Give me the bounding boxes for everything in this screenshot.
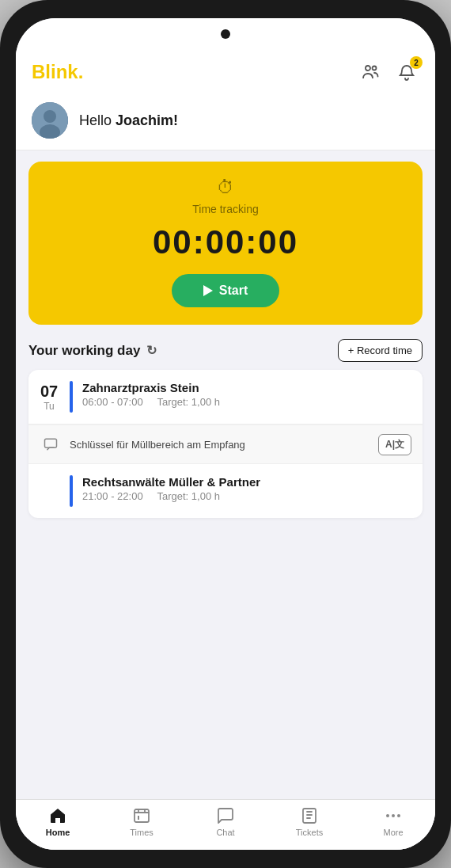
comment-icon xyxy=(43,436,59,452)
svg-point-8 xyxy=(386,814,389,817)
app-logo: Blink. xyxy=(32,61,83,83)
greeting-text: Hello Joachim! xyxy=(79,112,178,129)
spacer xyxy=(16,526,435,799)
schedule-info-1: Zahnarztpraxis Stein 06:00 - 07:00 Targe… xyxy=(82,381,411,413)
working-day-header: Your working day ↻ + Record time xyxy=(16,336,435,370)
svg-point-3 xyxy=(44,110,56,123)
clock-icon: ⏱ xyxy=(217,177,234,198)
greeting-bar: Hello Joachim! xyxy=(16,94,435,150)
phone-screen: Blink. xyxy=(16,18,435,850)
camera-dot xyxy=(221,29,230,39)
nav-item-more[interactable]: More xyxy=(370,806,417,837)
team-icon xyxy=(361,63,380,82)
phone-frame: Blink. xyxy=(0,0,451,868)
tickets-icon xyxy=(300,806,319,825)
notification-icon-button[interactable]: 2 xyxy=(394,59,419,85)
schedule-item-1: 07 Tu Zahnarztpraxis Stein 06:00 - 07:00… xyxy=(28,370,423,424)
team-icon-button[interactable] xyxy=(358,59,383,85)
blue-bar-1 xyxy=(70,381,73,413)
avatar xyxy=(32,102,68,139)
date-badge-1: 07 Tu xyxy=(28,381,70,413)
home-icon xyxy=(48,806,67,825)
time-tracking-card: ⏱ Time tracking 00:00:00 Start xyxy=(28,162,423,325)
message-icon xyxy=(40,433,62,455)
notification-badge: 2 xyxy=(410,56,423,69)
svg-point-10 xyxy=(397,814,400,817)
svg-point-9 xyxy=(392,814,395,817)
nav-label-times: Times xyxy=(130,828,153,837)
nav-label-more: More xyxy=(383,828,403,837)
time-tracking-label: Time tracking xyxy=(192,203,259,215)
play-icon xyxy=(203,285,213,296)
nav-label-home: Home xyxy=(46,828,70,837)
header-icons: 2 xyxy=(358,59,419,85)
nav-item-chat[interactable]: Chat xyxy=(202,806,249,837)
svg-rect-7 xyxy=(303,809,316,823)
more-icon xyxy=(384,806,403,825)
schedule-info-2: Rechtsanwälte Müller & Partner 21:00 - 2… xyxy=(82,475,411,507)
nav-label-tickets: Tickets xyxy=(296,828,323,837)
chat-icon xyxy=(216,806,235,825)
schedule-card: 07 Tu Zahnarztpraxis Stein 06:00 - 07:00… xyxy=(28,370,423,518)
nav-item-home[interactable]: Home xyxy=(34,806,81,837)
header: Blink. xyxy=(16,50,435,94)
app-content: Blink. xyxy=(16,50,435,850)
svg-rect-6 xyxy=(135,809,149,822)
svg-point-0 xyxy=(366,66,370,70)
time-display: 00:00:00 xyxy=(153,223,298,261)
times-icon xyxy=(132,806,151,825)
message-text: Schlüssel für Müllbereich am Empfang xyxy=(70,439,370,451)
blue-bar-2 xyxy=(70,475,73,507)
avatar-image xyxy=(32,102,68,139)
message-row: Schlüssel für Müllbereich am Empfang A|文 xyxy=(28,424,423,464)
start-button[interactable]: Start xyxy=(172,274,279,307)
nav-item-tickets[interactable]: Tickets xyxy=(286,806,333,837)
svg-point-1 xyxy=(373,67,377,70)
nav-label-chat: Chat xyxy=(216,828,234,837)
record-time-button[interactable]: + Record time xyxy=(338,339,423,362)
svg-rect-5 xyxy=(45,439,57,447)
schedule-item-2: Rechtsanwälte Müller & Partner 21:00 - 2… xyxy=(28,464,423,518)
translate-button[interactable]: A|文 xyxy=(378,434,411,455)
bottom-nav: Home Times Chat xyxy=(16,799,435,850)
status-bar xyxy=(16,18,435,50)
nav-item-times[interactable]: Times xyxy=(118,806,165,837)
refresh-icon[interactable]: ↻ xyxy=(146,343,157,358)
working-day-title: Your working day ↻ xyxy=(28,343,157,359)
date-badge-2 xyxy=(28,475,70,507)
